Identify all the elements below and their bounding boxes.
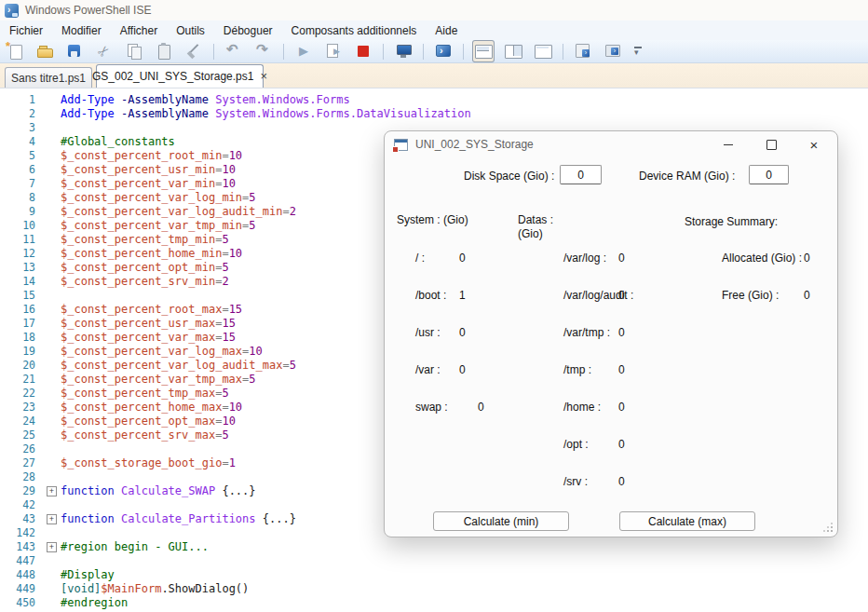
code-text: $_const_percent_srv_min=2 bbox=[61, 275, 229, 289]
fold-toggle-icon[interactable]: + bbox=[47, 542, 57, 552]
line-number: 1 bbox=[0, 93, 35, 107]
line-number: 9 bbox=[0, 205, 35, 219]
fold-toggle-icon[interactable]: + bbox=[47, 514, 57, 524]
code-text: #Display bbox=[61, 568, 115, 582]
menu-fichier[interactable]: Fichier bbox=[0, 21, 52, 40]
line-number: 29 bbox=[0, 484, 35, 498]
code-text: function Calculate_Partitions {...} bbox=[61, 512, 296, 526]
line-number: 27 bbox=[0, 456, 35, 470]
code-text: $_const_percent_root_min=10 bbox=[61, 149, 242, 163]
line-number: 23 bbox=[0, 401, 35, 415]
toolbar-separator bbox=[383, 44, 384, 60]
toolbar-separator bbox=[423, 44, 424, 60]
storage-row: Free (Gio) :0 bbox=[385, 289, 837, 303]
code-text: [void]$MainForm.ShowDialog() bbox=[61, 582, 249, 596]
code-line: 2Add-Type -AssemblyName System.Windows.F… bbox=[0, 107, 868, 121]
powershell-ise-icon bbox=[5, 4, 19, 18]
code-text: $_const_percent_var_log_max=10 bbox=[61, 345, 263, 359]
new-script-icon[interactable] bbox=[5, 41, 25, 61]
line-number: 7 bbox=[0, 177, 35, 191]
storage-row-value: 0 bbox=[618, 363, 625, 376]
code-text: $_const_percent_tmp_max=5 bbox=[61, 387, 229, 401]
datas-header-line2: (Gio) bbox=[518, 227, 543, 240]
resize-grip-icon[interactable] bbox=[831, 530, 833, 532]
line-number: 12 bbox=[0, 247, 35, 261]
save-icon[interactable] bbox=[64, 41, 85, 61]
line-number: 25 bbox=[0, 428, 35, 442]
layout-script-max-icon[interactable] bbox=[533, 41, 553, 61]
tab-2[interactable]: GS_002_UNI_SYS_Storage.ps1× bbox=[96, 64, 264, 88]
run-selection-icon[interactable] bbox=[323, 41, 344, 61]
code-line: 449[void]$MainForm.ShowDialog() bbox=[0, 582, 868, 596]
menu-outils[interactable]: Outils bbox=[167, 21, 214, 40]
storage-row: /srv :0 bbox=[385, 475, 837, 489]
line-number: 26 bbox=[0, 442, 35, 456]
powershell-ise-window: Windows PowerShell ISE FichierModifierAf… bbox=[0, 0, 868, 612]
storage-row-label: /srv : bbox=[563, 475, 588, 488]
line-number: 19 bbox=[0, 345, 35, 359]
code-text: Add-Type -AssemblyName System.Windows.Fo… bbox=[61, 107, 471, 121]
storage-dialog: UNI_002_SYS_Storage × Disk Space (Gio) :… bbox=[384, 130, 838, 537]
line-number: 447 bbox=[0, 554, 35, 568]
line-number: 8 bbox=[0, 191, 35, 205]
undo-icon[interactable] bbox=[224, 41, 244, 61]
line-number: 6 bbox=[0, 163, 35, 177]
storage-row: Allocated (Gio) :0 bbox=[385, 252, 837, 265]
menu-modifier[interactable]: Modifier bbox=[52, 21, 111, 40]
code-text: Add-Type -AssemblyName System.Windows.Fo… bbox=[61, 93, 350, 107]
code-text: $_const_percent_tmp_min=5 bbox=[61, 233, 229, 247]
menu-composants-additionnels[interactable]: Composants additionnels bbox=[282, 21, 427, 40]
calculate-max-button[interactable]: Calculate (max) bbox=[619, 511, 755, 531]
tab-label: Sans titre1.ps1 bbox=[11, 72, 86, 85]
line-number: 5 bbox=[0, 149, 35, 163]
line-number: 42 bbox=[0, 498, 35, 512]
run-script-icon[interactable] bbox=[293, 41, 314, 61]
line-number: 16 bbox=[0, 303, 35, 317]
toolbar-separator bbox=[283, 44, 284, 60]
code-text: $_const_percent_var_max=15 bbox=[61, 331, 236, 345]
start-powershell-icon[interactable] bbox=[433, 41, 454, 61]
device-ram-input[interactable] bbox=[749, 165, 789, 184]
line-number: 21 bbox=[0, 373, 35, 387]
copy-icon[interactable] bbox=[124, 41, 144, 61]
toolbar-overflow-icon[interactable] bbox=[632, 41, 644, 61]
code-line: 450#endregion bbox=[0, 596, 868, 610]
code-text: #Global_constants bbox=[61, 135, 175, 149]
layout-script-right-icon[interactable] bbox=[503, 41, 523, 61]
menu-deboguer[interactable]: Déboguer bbox=[214, 21, 282, 40]
line-number: 13 bbox=[0, 261, 35, 275]
line-number: 142 bbox=[0, 526, 35, 540]
storage-row-label: /tmp : bbox=[563, 363, 591, 376]
stop-icon[interactable] bbox=[353, 41, 373, 61]
clear-console-icon[interactable] bbox=[183, 41, 204, 61]
code-text: function Calculate_SWAP {...} bbox=[61, 484, 256, 498]
line-number: 10 bbox=[0, 219, 35, 233]
open-script-icon[interactable] bbox=[34, 41, 55, 61]
code-text: $_const_percent_var_log_min=5 bbox=[61, 191, 256, 205]
console-pane-badge-icon[interactable] bbox=[603, 41, 623, 61]
line-number: 24 bbox=[0, 415, 35, 428]
menu-afficher[interactable]: Afficher bbox=[111, 21, 167, 40]
tab-1[interactable]: Sans titre1.ps1 bbox=[5, 67, 92, 88]
code-text: $_const_percent_srv_max=5 bbox=[61, 428, 229, 442]
storage-row: /var/tmp :0 bbox=[385, 326, 837, 340]
calculate-min-button[interactable]: Calculate (min) bbox=[433, 511, 569, 531]
window-titlebar[interactable]: Windows PowerShell ISE bbox=[0, 0, 868, 20]
paste-icon[interactable] bbox=[154, 41, 174, 61]
storage-row: /opt :0 bbox=[385, 438, 837, 452]
fold-toggle-icon[interactable]: + bbox=[47, 486, 57, 496]
tab-close-icon[interactable]: × bbox=[260, 72, 267, 81]
code-text: $_const_percent_root_max=15 bbox=[61, 303, 242, 317]
disk-space-input[interactable] bbox=[560, 165, 602, 184]
redo-icon[interactable] bbox=[253, 41, 274, 61]
menu-aide[interactable]: Aide bbox=[426, 21, 467, 40]
script-pane-badge-icon[interactable] bbox=[573, 41, 593, 61]
toolbar-separator bbox=[563, 44, 563, 60]
device-ram-label: Device RAM (Gio) : bbox=[639, 170, 735, 183]
code-text: $_const_storage_boot_gio=1 bbox=[61, 456, 236, 470]
cut-icon[interactable] bbox=[94, 41, 115, 61]
line-number: 22 bbox=[0, 387, 35, 401]
new-remote-powershell-tab-icon[interactable] bbox=[393, 41, 414, 61]
layout-script-top-icon[interactable] bbox=[473, 41, 494, 61]
code-text: $_const_percent_home_max=10 bbox=[61, 401, 242, 415]
